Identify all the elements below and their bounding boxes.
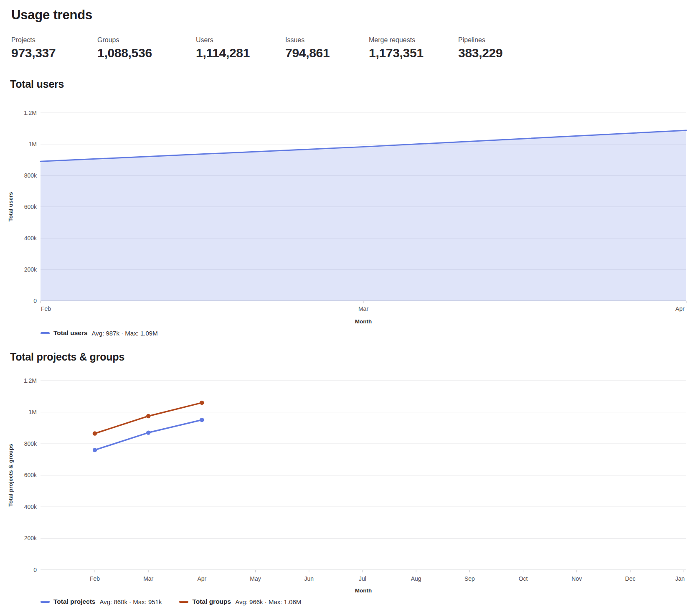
- area-fill: [41, 130, 686, 301]
- stat-label: Merge requests: [369, 36, 458, 44]
- stat-groups: Groups 1,088,536: [97, 36, 196, 61]
- stat-pipelines: Pipelines 383,229: [458, 36, 502, 61]
- legend-series-stats: Avg: 987k · Max: 1.09M: [92, 330, 158, 337]
- y-tick-label: 1.2M: [24, 377, 37, 384]
- stats-row: Projects 973,337 Groups 1,088,536 Users …: [11, 36, 700, 61]
- y-tick-label: 200k: [24, 535, 37, 541]
- x-tick-label: Jul: [359, 575, 366, 582]
- stat-issues: Issues 794,861: [285, 36, 369, 61]
- x-tick-label: Aug: [411, 575, 421, 582]
- y-tick-label: 1.2M: [24, 109, 37, 116]
- stat-value: 1,114,281: [196, 46, 285, 61]
- stat-value: 973,337: [11, 46, 97, 61]
- stat-value: 1,088,536: [97, 46, 196, 61]
- legend-item-total-projects[interactable]: Total projects Avg: 860k · Max: 951k: [41, 598, 162, 605]
- stat-label: Projects: [11, 36, 97, 44]
- x-tick-label: Sep: [464, 575, 475, 582]
- data-point: [146, 414, 150, 418]
- x-tick-label: May: [250, 575, 261, 582]
- legend-item-total-groups[interactable]: Total groups Avg: 966k · Max: 1.06M: [179, 598, 301, 605]
- x-tick-label: Jun: [304, 575, 314, 582]
- x-tick-label: Apr: [198, 575, 207, 582]
- total-users-legend: Total users Avg: 987k · Max: 1.09M: [41, 328, 700, 338]
- x-axis-name: Month: [355, 587, 372, 594]
- stat-users: Users 1,114,281: [196, 36, 285, 61]
- data-point: [200, 401, 204, 405]
- x-tick-label: Feb: [90, 575, 100, 582]
- x-tick-label: Feb: [41, 305, 51, 312]
- stat-projects: Projects 973,337: [11, 36, 97, 61]
- stat-label: Users: [196, 36, 285, 44]
- stat-label: Issues: [285, 36, 369, 44]
- stat-merge-requests: Merge requests 1,173,351: [369, 36, 458, 61]
- legend-series-stats: Avg: 966k · Max: 1.06M: [235, 598, 301, 605]
- x-tick-label: Mar: [143, 575, 153, 582]
- legend-item-total-users[interactable]: Total users Avg: 987k · Max: 1.09M: [41, 329, 158, 337]
- y-tick-label: 800k: [24, 172, 37, 179]
- x-tick-label: Dec: [625, 575, 636, 582]
- y-tick-label: 800k: [24, 440, 37, 447]
- y-tick-label: 600k: [24, 472, 37, 478]
- y-tick-label: 0: [33, 297, 37, 304]
- y-gridlines: 1.2M1M800k600k400k200k0: [24, 377, 686, 573]
- stat-label: Pipelines: [458, 36, 502, 44]
- data-point: [146, 430, 150, 435]
- y-tick-label: 200k: [24, 266, 37, 273]
- x-tick-label: Jan: [675, 575, 685, 582]
- y-tick-label: 400k: [24, 503, 37, 510]
- stat-value: 794,861: [285, 46, 369, 61]
- x-tick-label: Nov: [571, 575, 582, 582]
- data-point: [200, 418, 204, 422]
- data-point: [93, 431, 97, 435]
- x-axis-name: Month: [355, 318, 372, 325]
- series-total-projects: [93, 418, 204, 452]
- y-tick-label: 400k: [24, 235, 37, 241]
- legend-dash-icon: [41, 332, 50, 334]
- legend-series-name: Total users: [53, 329, 88, 337]
- data-point: [93, 448, 97, 452]
- x-axis: FebMarApr: [41, 301, 686, 312]
- total-projects-groups-line-chart[interactable]: 1.2M1M800k600k400k200k0FebMarAprMayJunJu…: [0, 364, 700, 595]
- y-tick-label: 0: [33, 567, 37, 573]
- legend-dash-icon: [41, 601, 50, 603]
- x-axis: FebMarAprMayJunJulAugSepOctNovDecJan: [90, 570, 685, 582]
- x-tick-label: Mar: [358, 305, 368, 312]
- total-projects-groups-heading: Total projects & groups: [10, 351, 700, 363]
- page-title: Usage trends: [11, 8, 700, 23]
- stat-value: 383,229: [458, 46, 502, 61]
- stat-label: Groups: [97, 36, 196, 44]
- legend-series-name: Total groups: [192, 598, 231, 605]
- series-total-groups: [93, 401, 204, 436]
- y-tick-label: 1M: [29, 141, 37, 147]
- legend-series-name: Total projects: [53, 598, 95, 605]
- y-axis-name: Total projects & groups: [8, 444, 14, 507]
- series-total-users: [41, 130, 686, 301]
- y-tick-label: 600k: [24, 203, 37, 210]
- legend-series-stats: Avg: 860k · Max: 951k: [99, 598, 162, 605]
- y-axis-name: Total users: [8, 192, 14, 221]
- x-tick-label: Apr: [675, 305, 685, 312]
- total-projects-groups-legend: Total projects Avg: 860k · Max: 951k Tot…: [41, 597, 700, 606]
- x-tick-label: Oct: [519, 575, 528, 582]
- y-tick-label: 1M: [29, 409, 37, 415]
- series-line: [95, 420, 202, 450]
- total-users-area-chart[interactable]: 1.2M1M800k600k400k200k0FebMarAprMonthTot…: [0, 96, 700, 326]
- total-users-heading: Total users: [10, 78, 700, 90]
- stat-value: 1,173,351: [369, 46, 458, 61]
- legend-dash-icon: [179, 601, 188, 603]
- usage-trends-page: Usage trends Projects 973,337 Groups 1,0…: [0, 8, 700, 606]
